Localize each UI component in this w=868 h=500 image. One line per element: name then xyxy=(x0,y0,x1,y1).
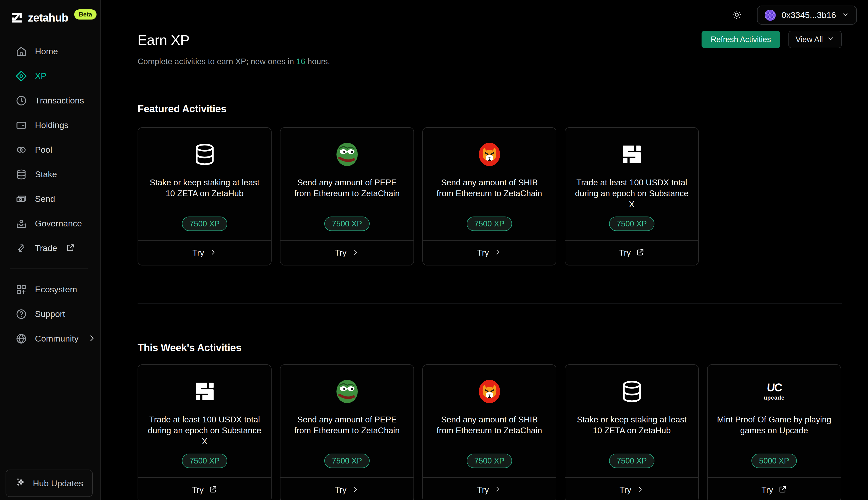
try-button[interactable]: Try xyxy=(423,240,556,265)
activity-card: Trade at least 100 USDX total during an … xyxy=(138,364,272,500)
pool-circles-icon xyxy=(15,144,27,156)
page-header: Earn XP Complete activities to earn XP; … xyxy=(138,32,842,66)
sidebar-item-holdings[interactable]: Holdings xyxy=(0,113,100,137)
sidebar-item-label: Holdings xyxy=(35,120,68,130)
topbar: 0x3345...3b16 xyxy=(138,0,857,25)
page-subtitle: Complete activities to earn XP; new ones… xyxy=(138,57,330,66)
sidebar-item-ecosystem[interactable]: Ecosystem xyxy=(0,277,100,302)
activity-card: Trade at least 100 USDX total during an … xyxy=(565,127,699,265)
chevron-right-icon xyxy=(87,334,96,344)
subtitle-text: hours. xyxy=(305,57,330,66)
activity-card: Stake or keep staking at least 10 ZETA o… xyxy=(138,127,272,265)
brand[interactable]: zetahub Beta xyxy=(0,8,100,28)
hub-updates-label: Hub Updates xyxy=(33,478,83,488)
try-button[interactable]: Try xyxy=(138,240,271,265)
xp-badge: 7500 XP xyxy=(609,454,654,468)
external-link-icon xyxy=(209,485,218,495)
try-label: Try xyxy=(192,248,204,258)
activity-title: Send any amount of PEPE from Ethereum to… xyxy=(290,177,404,199)
try-button[interactable]: Try xyxy=(280,477,413,500)
wallet-button[interactable]: 0x3345...3b16 xyxy=(757,5,857,25)
try-label: Try xyxy=(335,485,346,495)
theme-toggle-button[interactable] xyxy=(730,8,744,22)
main-content: 0x3345...3b16 Earn XP Complete activitie… xyxy=(101,0,868,500)
sidebar-nav: Home XP Transactions Holdings xyxy=(0,39,100,260)
sidebar: zetahub Beta Home XP Transactions xyxy=(0,0,101,500)
header-actions: Refresh Activities View All xyxy=(702,31,842,48)
wallet-avatar xyxy=(765,10,776,21)
subtitle-hours: 16 xyxy=(296,57,305,66)
sidebar-item-xp[interactable]: XP xyxy=(0,64,100,88)
week-activities-heading: This Week's Activities xyxy=(138,342,842,353)
upcade-icon: UC upcade xyxy=(764,378,785,405)
try-button[interactable]: Try xyxy=(280,240,413,265)
sidebar-item-home[interactable]: Home xyxy=(0,39,100,64)
sidebar-item-community[interactable]: Community xyxy=(0,326,100,351)
try-button[interactable]: Try xyxy=(565,477,698,500)
clock-icon xyxy=(15,94,27,107)
week-cards-row: Trade at least 100 USDX total during an … xyxy=(138,364,842,500)
sidebar-item-pool[interactable]: Pool xyxy=(0,137,100,162)
database-icon xyxy=(15,168,27,181)
sidebar-item-label: Transactions xyxy=(35,95,84,105)
view-all-label: View All xyxy=(796,35,823,44)
xp-badge: 7500 XP xyxy=(182,217,227,231)
xp-badge: 7500 XP xyxy=(609,217,654,231)
chevron-right-icon xyxy=(636,486,644,494)
swap-arrows-icon xyxy=(15,242,27,254)
featured-activities-heading: Featured Activities xyxy=(138,103,842,115)
try-button[interactable]: Try xyxy=(138,477,271,500)
activity-card: Send any amount of SHIB from Ethereum to… xyxy=(422,127,556,265)
sidebar-item-support[interactable]: Support xyxy=(0,302,100,326)
governance-inbox-icon xyxy=(15,217,27,230)
try-label: Try xyxy=(335,248,346,258)
globe-icon xyxy=(15,333,27,345)
activity-title: Send any amount of PEPE from Ethereum to… xyxy=(290,414,404,436)
sidebar-item-label: Ecosystem xyxy=(35,284,77,294)
sidebar-item-trade[interactable]: Trade xyxy=(0,236,100,260)
chevron-right-icon xyxy=(494,486,502,494)
sidebar-item-stake[interactable]: Stake xyxy=(0,162,100,186)
activity-card: UC upcade Mint Proof Of Game by playing … xyxy=(707,364,841,500)
sidebar-item-governance[interactable]: Governance xyxy=(0,211,100,236)
sidebar-item-send[interactable]: Send xyxy=(0,186,100,211)
activity-card: Send any amount of PEPE from Ethereum to… xyxy=(280,364,414,500)
xp-badge: 7500 XP xyxy=(324,454,370,468)
sidebar-item-label: Stake xyxy=(35,169,57,179)
zetahub-z-icon xyxy=(11,11,23,24)
chevron-right-icon xyxy=(352,249,359,257)
shib-icon xyxy=(477,378,502,405)
xp-badge: 7500 XP xyxy=(324,217,370,231)
featured-cards-row: Stake or keep staking at least 10 ZETA o… xyxy=(138,127,842,265)
view-all-button[interactable]: View All xyxy=(788,31,842,48)
try-label: Try xyxy=(620,485,631,495)
xp-diamond-icon xyxy=(15,70,27,82)
try-button[interactable]: Try xyxy=(708,477,841,500)
wallet-address: 0x3345...3b16 xyxy=(781,10,836,20)
try-button[interactable]: Try xyxy=(423,477,556,500)
sidebar-item-label: Community xyxy=(35,334,79,343)
activity-card: Send any amount of SHIB from Ethereum to… xyxy=(422,364,556,500)
database-icon xyxy=(619,378,645,405)
try-label: Try xyxy=(477,248,489,258)
try-button[interactable]: Try xyxy=(565,240,698,265)
hub-updates-button[interactable]: Hub Updates xyxy=(5,469,93,497)
refresh-activities-button[interactable]: Refresh Activities xyxy=(702,31,780,48)
sidebar-item-transactions[interactable]: Transactions xyxy=(0,88,100,113)
try-label: Try xyxy=(619,248,631,258)
home-icon xyxy=(15,45,27,58)
activity-card: Stake or keep staking at least 10 ZETA o… xyxy=(565,364,699,500)
shib-icon xyxy=(477,141,502,167)
grid-plus-icon xyxy=(15,283,27,296)
try-label: Try xyxy=(477,485,489,495)
xp-badge: 5000 XP xyxy=(751,454,797,468)
external-link-icon xyxy=(636,248,645,258)
try-label: Try xyxy=(761,485,773,495)
activity-title: Trade at least 100 USDX total during an … xyxy=(147,414,262,447)
sidebar-item-label: XP xyxy=(35,71,46,81)
xp-badge: 7500 XP xyxy=(467,217,512,231)
cash-icon xyxy=(15,193,27,205)
database-icon xyxy=(192,141,218,167)
sidebar-item-label: Send xyxy=(35,194,55,204)
chevron-down-icon xyxy=(842,11,849,20)
